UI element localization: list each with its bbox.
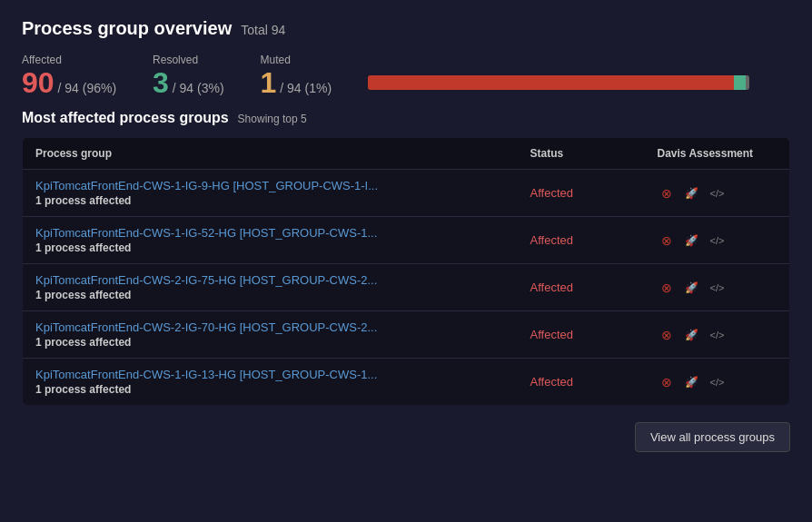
affected-big: 90 [22, 66, 54, 99]
process-affected-count: 1 process affected [35, 289, 505, 301]
davis-error-icon[interactable]: ⊗ [658, 279, 676, 297]
davis-rocket-icon[interactable]: 🚀 [683, 184, 701, 202]
view-all-button[interactable]: View all process groups [635, 422, 790, 452]
davis-rocket-icon[interactable]: 🚀 [683, 373, 701, 391]
davis-rocket-icon[interactable]: 🚀 [683, 279, 701, 297]
resolved-value: 3 / 94 (3%) [153, 68, 224, 97]
status-badge: Affected [530, 186, 573, 200]
davis-code-icon[interactable]: </> [708, 231, 727, 250]
process-affected-count: 1 process affected [35, 336, 505, 349]
process-group-link[interactable]: KpiTomcatFrontEnd-CWS-1-IG-13-HG [HOST_G… [35, 368, 505, 381]
progress-bar-container [368, 54, 749, 94]
status-badge: Affected [530, 233, 573, 247]
process-affected-count: 1 process affected [35, 241, 505, 254]
table-row: KpiTomcatFrontEnd-CWS-1-IG-52-HG [HOST_G… [23, 217, 790, 264]
davis-rocket-icon[interactable]: 🚀 [683, 231, 701, 250]
status-badge: Affected [530, 375, 573, 389]
footer-row: View all process groups [22, 422, 790, 452]
muted-big: 1 [261, 66, 277, 99]
davis-assessment-cell: ⊗🚀</> [645, 359, 790, 406]
process-group-cell: KpiTomcatFrontEnd-CWS-1-IG-9-HG [HOST_GR… [23, 170, 518, 217]
resolved-big: 3 [153, 66, 169, 99]
davis-code-icon[interactable]: </> [708, 326, 727, 344]
davis-error-icon[interactable]: ⊗ [658, 231, 676, 250]
muted-label: Muted [261, 54, 332, 66]
davis-assessment-cell: ⊗🚀</> [645, 264, 790, 311]
affected-label: Affected [22, 54, 116, 66]
progress-bar [368, 75, 749, 90]
table-row: KpiTomcatFrontEnd-CWS-2-IG-70-HG [HOST_G… [23, 311, 790, 359]
process-group-cell: KpiTomcatFrontEnd-CWS-1-IG-13-HG [HOST_G… [23, 359, 518, 406]
status-badge: Affected [530, 328, 573, 341]
page-title: Process group overview [22, 18, 232, 39]
affected-rest: / 94 (96%) [54, 81, 116, 95]
affected-value: 90 / 94 (96%) [22, 68, 116, 97]
process-groups-table: Process group Status Davis Assessment Kp… [22, 137, 790, 406]
process-group-cell: KpiTomcatFrontEnd-CWS-1-IG-52-HG [HOST_G… [23, 217, 518, 264]
col-header-status: Status [518, 138, 645, 170]
table-row: KpiTomcatFrontEnd-CWS-1-IG-13-HG [HOST_G… [23, 359, 790, 406]
status-cell: Affected [518, 311, 645, 359]
process-group-cell: KpiTomcatFrontEnd-CWS-2-IG-75-HG [HOST_G… [23, 264, 518, 311]
davis-assessment-cell: ⊗🚀</> [645, 311, 790, 359]
table-row: KpiTomcatFrontEnd-CWS-2-IG-75-HG [HOST_G… [23, 264, 790, 311]
davis-error-icon[interactable]: ⊗ [658, 184, 676, 202]
status-cell: Affected [518, 264, 645, 311]
resolved-rest: / 94 (3%) [169, 81, 224, 95]
status-cell: Affected [518, 217, 645, 264]
davis-error-icon[interactable]: ⊗ [658, 326, 676, 344]
davis-assessment-cell: ⊗🚀</> [645, 217, 790, 264]
muted-value: 1 / 94 (1%) [261, 68, 332, 97]
total-badge: Total 94 [241, 23, 285, 37]
davis-rocket-icon[interactable]: 🚀 [683, 326, 701, 344]
table-header-row: Process group Status Davis Assessment [23, 138, 790, 170]
col-header-davis: Davis Assessment [645, 138, 790, 170]
table-row: KpiTomcatFrontEnd-CWS-1-IG-9-HG [HOST_GR… [23, 170, 790, 217]
process-affected-count: 1 process affected [35, 194, 505, 207]
resolved-stat: Resolved 3 / 94 (3%) [153, 54, 224, 97]
process-group-link[interactable]: KpiTomcatFrontEnd-CWS-2-IG-75-HG [HOST_G… [35, 273, 505, 287]
stats-row: Affected 90 / 94 (96%) Resolved 3 / 94 (… [22, 54, 790, 97]
section-title: Most affected process groups [22, 110, 229, 126]
page-header: Process group overview Total 94 [22, 18, 790, 39]
status-cell: Affected [518, 359, 645, 406]
davis-assessment-cell: ⊗🚀</> [645, 170, 790, 217]
progress-red-segment [368, 75, 734, 90]
status-badge: Affected [530, 281, 573, 294]
status-cell: Affected [518, 170, 645, 217]
davis-error-icon[interactable]: ⊗ [658, 373, 676, 391]
process-group-cell: KpiTomcatFrontEnd-CWS-2-IG-70-HG [HOST_G… [23, 311, 518, 359]
section-subtitle: Showing top 5 [238, 113, 307, 125]
muted-stat: Muted 1 / 94 (1%) [261, 54, 332, 97]
col-header-process-group: Process group [23, 138, 518, 170]
section-header: Most affected process groups Showing top… [22, 110, 790, 126]
process-group-link[interactable]: KpiTomcatFrontEnd-CWS-1-IG-52-HG [HOST_G… [35, 226, 505, 240]
process-group-link[interactable]: KpiTomcatFrontEnd-CWS-1-IG-9-HG [HOST_GR… [35, 179, 505, 192]
davis-code-icon[interactable]: </> [708, 373, 727, 391]
progress-muted-segment [746, 75, 749, 90]
process-group-link[interactable]: KpiTomcatFrontEnd-CWS-2-IG-70-HG [HOST_G… [35, 320, 505, 334]
resolved-label: Resolved [153, 54, 224, 66]
muted-rest: / 94 (1%) [276, 81, 332, 95]
process-affected-count: 1 process affected [35, 383, 505, 396]
davis-code-icon[interactable]: </> [708, 184, 727, 202]
davis-code-icon[interactable]: </> [708, 279, 727, 297]
progress-green-segment [734, 75, 746, 90]
affected-stat: Affected 90 / 94 (96%) [22, 54, 116, 97]
